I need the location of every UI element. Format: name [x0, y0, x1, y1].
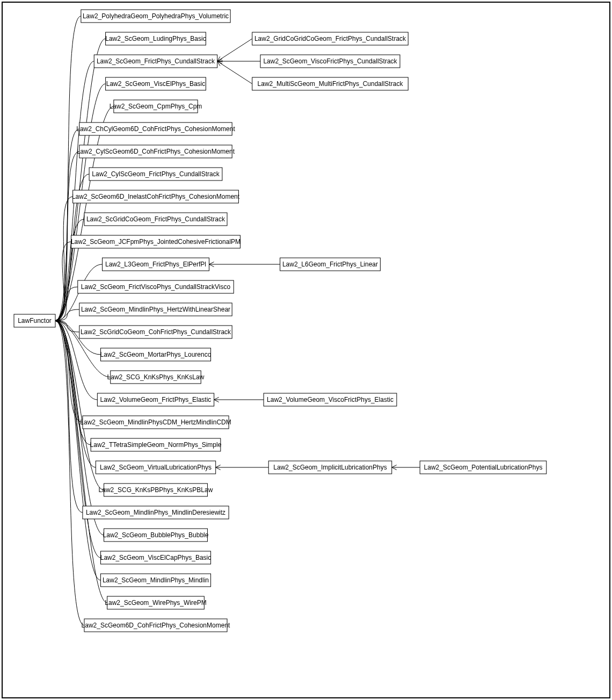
class-node-label: Law2_L6Geom_FrictPhys_Linear [282, 261, 378, 268]
svg-rect-0 [2, 2, 610, 698]
class-node-n11[interactable]: Law2_L3Geom_FrictPhys_ElPerfPl [103, 258, 209, 271]
class-node-label: Law2_ScGeom_ViscElCapPhys_Basic [100, 554, 212, 561]
class-node-label: Law2_ScGeom_JCFpmPhys_JointedCohesiveFri… [71, 238, 241, 246]
class-node-label: Law2_ScGeom_ImplicitLubricationPhys [273, 464, 387, 471]
class-node-label: Law2_ScGeom_LudingPhys_Basic [105, 35, 206, 42]
class-node-label: Law2_ScGeom_MindlinPhysCDM_HertzMindlinC… [80, 418, 231, 426]
class-node-label: Law2_ScGeom6D_InelastCohFrictPhys_Cohesi… [72, 193, 240, 200]
class-node-label: Law2_L3Geom_FrictPhys_ElPerfPl [105, 261, 206, 268]
class-node-label: Law2_ScGeom_ViscoFrictPhys_CundallStrack [263, 57, 397, 65]
class-node-n5[interactable]: Law2_ChCylGeom6D_CohFrictPhys_CohesionMo… [76, 122, 235, 135]
class-node-label: Law2_TTetraSimpleGeom_NormPhys_Simple [90, 441, 222, 449]
class-node-n14[interactable]: Law2_ScGridCoGeom_CohFrictPhys_CundallSt… [79, 326, 232, 338]
class-node-label: Law2_ScGeom_FrictViscoPhys_CundallStrack… [81, 283, 231, 291]
class-node-label: Law2_ScGeom_WirePhys_WirePM [105, 599, 206, 607]
class-node-n12[interactable]: Law2_ScGeom_FrictViscoPhys_CundallStrack… [78, 280, 234, 293]
class-node-label: Law2_SCG_KnKsPBPhys_KnKsPBLaw [99, 486, 213, 494]
inheritance-edge [217, 39, 252, 61]
class-node-n15[interactable]: Law2_ScGeom_MortarPhys_Lourenco [100, 348, 212, 361]
class-node-label: Law2_CylScGeom6D_CohFrictPhys_CohesionMo… [77, 148, 235, 155]
class-node-label: Law2_SCG_KnKsPhys_KnKsLaw [107, 373, 205, 381]
class-node-n22[interactable]: Law2_ScGeom_MindlinPhys_MindlinDeresiewi… [83, 506, 229, 519]
class-node-n21[interactable]: Law2_SCG_KnKsPBPhys_KnKsPBLaw [99, 483, 213, 496]
class-node-label: Law2_ScGeom_CpmPhys_Cpm [110, 103, 202, 110]
class-node-n1[interactable]: Law2_ScGeom_LudingPhys_Basic [105, 32, 206, 45]
class-node-label: Law2_ScGeom_PotentialLubricationPhys [424, 464, 543, 471]
class-node-label: Law2_ScGeom_MindlinPhys_HertzWithLinearS… [81, 306, 230, 313]
class-node-n16[interactable]: Law2_SCG_KnKsPhys_KnKsLaw [107, 371, 205, 384]
class-node-label: LawFunctor [18, 317, 52, 324]
class-node-n0[interactable]: Law2_PolyhedraGeom_PolyhedraPhys_Volumet… [81, 10, 230, 23]
class-node-n3[interactable]: Law2_ScGeom_ViscElPhys_Basic [106, 77, 206, 90]
class-node-n8[interactable]: Law2_ScGeom6D_InelastCohFrictPhys_Cohesi… [72, 190, 240, 203]
class-node-n13[interactable]: Law2_ScGeom_MindlinPhys_HertzWithLinearS… [79, 303, 232, 316]
class-node-n2[interactable]: Law2_ScGeom_FrictPhys_CundallStrack [94, 55, 217, 68]
class-node-label: Law2_ScGeom_ViscElPhys_Basic [106, 80, 206, 88]
class-node-label: Law2_ScGeom_MortarPhys_Lourenco [100, 351, 212, 358]
class-node-n27[interactable]: Law2_ScGeom6D_CohFrictPhys_CohesionMomen… [82, 619, 230, 632]
class-node-s0[interactable]: Law2_GridCoGridCoGeom_FrictPhys_CundallS… [252, 32, 409, 45]
class-node-root[interactable]: LawFunctor [14, 314, 55, 327]
class-node-s2[interactable]: Law2_MultiScGeom_MultiFrictPhys_CundallS… [252, 77, 409, 90]
class-node-label: Law2_ScGeom6D_CohFrictPhys_CohesionMomen… [82, 622, 230, 629]
class-node-label: Law2_ScGeom_BubblePhys_Bubble [103, 531, 209, 539]
class-node-label: Law2_ScGeom_MindlinPhys_Mindlin [103, 576, 209, 584]
class-node-label: Law2_PolyhedraGeom_PolyhedraPhys_Volumet… [83, 12, 229, 20]
class-node-n7[interactable]: Law2_CylScGeom_FrictPhys_CundallStrack [89, 168, 222, 181]
inheritance-edge [217, 61, 252, 84]
class-node-label: Law2_ScGridCoGeom_FrictPhys_CundallStrac… [86, 215, 225, 223]
class-node-label: Law2_ScGeom_VirtualLubricationPhys [100, 464, 212, 471]
class-node-label: Law2_MultiScGeom_MultiFrictPhys_CundallS… [258, 80, 404, 88]
class-node-n19[interactable]: Law2_TTetraSimpleGeom_NormPhys_Simple [90, 438, 222, 451]
class-node-label: Law2_ScGridCoGeom_CohFrictPhys_CundallSt… [81, 328, 231, 336]
class-node-n4[interactable]: Law2_ScGeom_CpmPhys_Cpm [110, 100, 202, 113]
class-node-n18[interactable]: Law2_ScGeom_MindlinPhysCDM_HertzMindlinC… [80, 416, 231, 429]
class-node-s1[interactable]: Law2_ScGeom_ViscoFrictPhys_CundallStrack [260, 55, 400, 68]
class-node-label: Law2_ScGeom_FrictPhys_CundallStrack [97, 57, 215, 65]
class-node-label: Law2_VolumeGeom_FrictPhys_Elastic [100, 396, 212, 403]
class-node-n6[interactable]: Law2_CylScGeom6D_CohFrictPhys_CohesionMo… [77, 145, 235, 158]
class-node-s3[interactable]: Law2_L6Geom_FrictPhys_Linear [280, 258, 381, 271]
class-node-n23[interactable]: Law2_ScGeom_BubblePhys_Bubble [103, 529, 209, 542]
class-node-s5[interactable]: Law2_ScGeom_ImplicitLubricationPhys [268, 461, 392, 474]
class-node-n20[interactable]: Law2_ScGeom_VirtualLubricationPhys [96, 461, 215, 474]
class-node-n26[interactable]: Law2_ScGeom_WirePhys_WirePM [105, 596, 206, 609]
class-node-n9[interactable]: Law2_ScGridCoGeom_FrictPhys_CundallStrac… [84, 213, 227, 226]
class-node-n17[interactable]: Law2_VolumeGeom_FrictPhys_Elastic [97, 393, 214, 406]
class-node-label: Law2_CylScGeom_FrictPhys_CundallStrack [92, 170, 220, 178]
class-node-label: Law2_ScGeom_MindlinPhys_MindlinDeresiewi… [86, 509, 225, 516]
class-node-n10[interactable]: Law2_ScGeom_JCFpmPhys_JointedCohesiveFri… [71, 235, 241, 248]
class-node-s6[interactable]: Law2_ScGeom_PotentialLubricationPhys [420, 461, 547, 474]
class-node-n25[interactable]: Law2_ScGeom_MindlinPhys_Mindlin [100, 574, 210, 587]
class-node-s4[interactable]: Law2_VolumeGeom_ViscoFrictPhys_Elastic [264, 393, 397, 406]
class-node-label: Law2_ChCylGeom6D_CohFrictPhys_CohesionMo… [76, 125, 235, 133]
class-node-label: Law2_GridCoGridCoGeom_FrictPhys_CundallS… [254, 35, 406, 42]
class-node-n24[interactable]: Law2_ScGeom_ViscElCapPhys_Basic [100, 551, 212, 564]
class-node-label: Law2_VolumeGeom_ViscoFrictPhys_Elastic [267, 396, 394, 403]
